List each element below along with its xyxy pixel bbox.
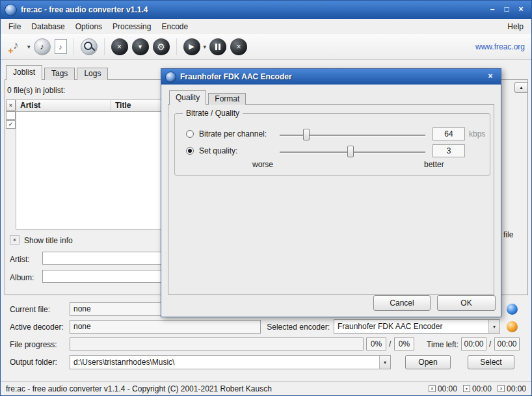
menu-options[interactable]: Options [70,20,107,33]
tab-tags[interactable]: Tags [44,68,75,80]
add-files-dropdown[interactable]: ▾ [27,44,31,50]
bitrate-radio[interactable] [186,130,194,138]
menu-encode[interactable]: Encode [156,20,193,33]
plus-icon: + [8,45,14,56]
note-icon: ♪ [13,39,19,52]
quality-label: Set quality: [199,146,237,155]
note-icon: ♪ [59,43,62,51]
tab-quality[interactable]: Quality [169,90,206,105]
chevron-down-icon[interactable]: ▾ [488,320,499,333]
triangle-down-icon: ▼ [137,44,143,50]
quality-value-field[interactable]: 3 [432,144,465,157]
progress-percent-2: 0% [394,337,414,350]
album-label: Album: [10,273,34,282]
cancel-button[interactable]: Cancel [373,295,431,311]
time-left-value-1: 00:00 [461,337,486,350]
status-time-group: × 00:00 [429,384,457,393]
chevron-down-icon[interactable]: ▾ [379,356,390,369]
joblist-count-label: 0 file(s) in joblist: [7,86,65,95]
encoder-indicator-icon[interactable] [507,321,518,332]
status-time: 00:00 [438,384,457,393]
cddb-query-button[interactable] [81,38,98,55]
app-icon [5,4,17,16]
group-title: Bitrate / Quality [183,109,243,118]
tab-joblist[interactable]: Joblist [6,65,42,80]
time-left-label: Time left: [423,340,459,349]
decoder-indicator-icon[interactable] [507,304,518,315]
active-decoder-field: none [70,320,261,334]
status-time: 00:00 [472,384,492,393]
show-title-info-label[interactable]: Show title info [24,236,73,245]
status-time-group: • 00:00 [463,384,492,393]
output-folder-label: Output folder: [10,358,57,367]
menu-processing[interactable]: Processing [107,20,156,33]
encoder-value: Fraunhofer FDK AAC Encoder [334,322,488,331]
x-box-icon[interactable]: × [429,385,436,392]
remove-entries-button[interactable]: × [111,38,128,55]
select-button[interactable]: Select [468,355,514,369]
dialog-tabstrip: Quality Format [169,90,248,105]
gear-icon: ⚙ [157,42,165,52]
add-cd-button[interactable]: ♪ [34,38,51,55]
open-button[interactable]: Open [405,355,451,369]
bitrate-value-field[interactable]: 64 [432,127,465,140]
time-left-value-2: 00:00 [494,337,520,350]
encoder-combobox[interactable]: Fraunhofer FDK AAC Encoder ▾ [334,319,500,334]
tab-logs[interactable]: Logs [77,68,108,80]
menu-file[interactable]: File [3,20,26,33]
file-progress-label: File progress: [10,340,57,349]
column-artist[interactable]: Artist [16,100,111,111]
status-times: × 00:00 • 00:00 × 00:00 [429,384,526,393]
bitrate-slider-track[interactable] [280,135,425,137]
tab-format[interactable]: Format [208,93,246,105]
hide-title-info-button[interactable]: × [10,235,20,244]
clear-joblist-button[interactable]: ▼ [132,38,149,55]
eject-button[interactable]: ▲ [514,82,528,93]
select-none-button[interactable] [6,111,16,120]
dialog-title: Fraunhofer FDK AAC Encoder [180,72,292,81]
toolbar-separator [73,38,74,55]
output-folder-combobox[interactable]: d:\Users\tristanrhodes\Music\ ▾ [70,355,391,369]
dialog-title-bar: Fraunhofer FDK AAC Encoder × [161,69,501,85]
quality-radio[interactable] [186,147,194,155]
toggle-selection-button[interactable]: ✓ [6,120,16,129]
search-icon [84,42,92,50]
start-encoding-button[interactable]: ▶ [183,38,200,55]
status-bar: fre:ac - free audio converter v1.1.4 - C… [1,381,531,395]
menu-database[interactable]: Database [26,20,70,33]
dot-box-icon[interactable]: • [463,385,470,392]
select-all-button[interactable]: × [6,99,16,111]
title-bar: fre:ac - free audio converter v1.1.4 – □… [1,1,531,19]
open-joblist-button[interactable]: ♪ [55,39,67,54]
cross-icon: × [117,42,122,51]
x-box-icon[interactable]: × [498,385,505,392]
file-progress-bar [70,337,364,350]
minimize-button[interactable]: – [486,5,499,15]
settings-button[interactable]: ⚙ [153,38,170,55]
close-button[interactable]: × [514,5,527,15]
dialog-app-icon [165,72,176,83]
stop-encoding-button[interactable]: × [230,38,247,55]
menu-help[interactable]: Help [502,20,529,33]
current-file-label: Current file: [10,305,50,314]
worse-label: worse [252,160,273,169]
bitrate-slider-thumb[interactable] [303,129,310,140]
dialog-close-button[interactable]: × [484,72,497,82]
progress-slash: / [389,339,391,349]
toolbar-separator [176,38,177,55]
artist-label: Artist: [10,255,30,264]
status-time: 00:00 [507,384,526,393]
output-folder-value: d:\Users\tristanrhodes\Music\ [70,358,379,367]
maximize-button[interactable]: □ [500,5,513,15]
window-title: fre:ac - free audio converter v1.1.4 [21,5,148,14]
add-files-button[interactable]: ♪ + [8,38,25,55]
time-slash: / [489,339,491,349]
pause-encoding-button[interactable] [209,38,226,55]
main-tabstrip: Joblist Tags Logs [6,65,110,80]
quality-slider-thumb[interactable] [347,146,354,157]
bitrate-label: Bitrate per channel: [199,129,267,139]
play-icon: ▶ [189,42,194,51]
ok-button[interactable]: OK [437,295,496,311]
freac-website-link[interactable]: www.freac.org [475,42,525,51]
start-encoding-dropdown[interactable]: ▾ [204,44,207,50]
